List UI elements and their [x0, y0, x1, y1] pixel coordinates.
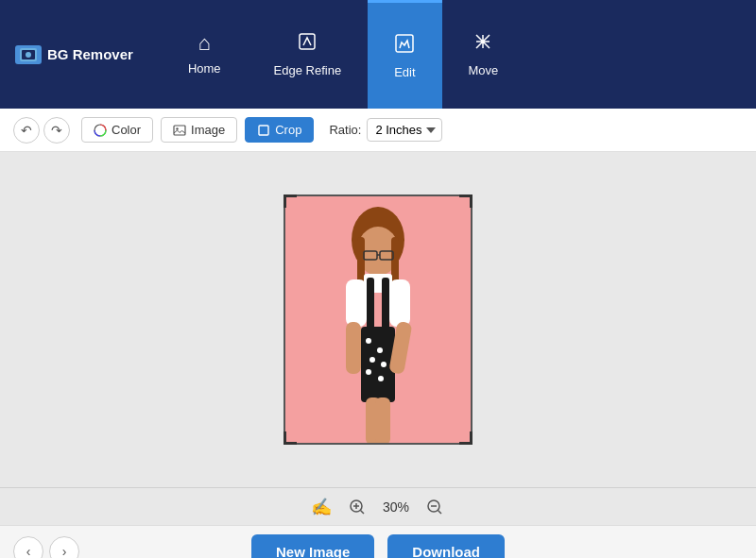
crop-icon	[257, 124, 270, 137]
move-icon	[472, 31, 493, 56]
edge-refine-icon	[297, 31, 318, 56]
prev-button[interactable]: ‹	[13, 536, 43, 558]
svg-line-33	[360, 510, 364, 514]
tab-edit-label: Edit	[394, 65, 415, 79]
crop-label: Crop	[275, 123, 301, 137]
tab-move[interactable]: Move	[442, 0, 525, 109]
hand-tool-icon[interactable]: ✍	[311, 497, 332, 517]
redo-button[interactable]: ↷	[43, 117, 70, 144]
crop-button[interactable]: Crop	[245, 117, 314, 143]
tab-home[interactable]: ⌂ Home	[162, 0, 248, 109]
download-button[interactable]: Download	[387, 534, 505, 559]
bottom-bar: ‹ › New Image Download	[0, 525, 756, 558]
svg-point-7	[176, 127, 178, 129]
color-button[interactable]: Color	[81, 117, 153, 143]
toolbar: ↶ ↷ Color Image Crop Ratio: 2 Inches 1:1…	[0, 109, 756, 152]
crop-corner-top-right[interactable]	[459, 194, 472, 208]
svg-point-2	[26, 52, 31, 58]
ratio-area: Ratio: 2 Inches 1:1 4:3 16:9 Custom	[329, 118, 442, 142]
edit-icon	[394, 33, 415, 58]
logo: BG Remover	[15, 45, 133, 64]
crop-corner-bottom-right[interactable]	[459, 431, 472, 445]
tab-home-label: Home	[188, 61, 221, 76]
header: BG Remover ⌂ Home Edge Refine Edit	[0, 0, 756, 109]
zoom-in-button[interactable]	[347, 497, 368, 517]
tab-edge-refine[interactable]: Edge Refine	[248, 0, 369, 109]
svg-line-37	[438, 510, 442, 514]
undo-redo-group: ↶ ↷	[13, 117, 70, 144]
logo-icon	[15, 45, 42, 64]
canvas-area	[0, 152, 756, 487]
zoom-percent: 30%	[383, 499, 409, 515]
zoom-out-button[interactable]	[424, 497, 445, 517]
image-button[interactable]: Image	[161, 117, 237, 143]
crop-corner-bottom-left[interactable]	[284, 431, 297, 445]
svg-rect-8	[259, 126, 268, 135]
undo-button[interactable]: ↶	[13, 117, 40, 144]
image-container	[284, 194, 472, 445]
new-image-button[interactable]: New Image	[251, 534, 374, 559]
crop-corner-top-left[interactable]	[284, 194, 297, 208]
color-label: Color	[112, 123, 141, 137]
svg-rect-6	[174, 126, 185, 135]
image-icon	[173, 124, 186, 137]
tab-edge-refine-label: Edge Refine	[274, 63, 342, 77]
tab-edit[interactable]: Edit	[368, 0, 441, 109]
home-icon: ⌂	[198, 33, 211, 54]
ratio-select[interactable]: 2 Inches 1:1 4:3 16:9 Custom	[367, 118, 442, 142]
ratio-label: Ratio:	[329, 123, 361, 137]
tab-move-label: Move	[469, 63, 499, 77]
image-label: Image	[191, 123, 225, 137]
nav-tabs: ⌂ Home Edge Refine Edit	[162, 0, 741, 109]
crop-border	[284, 194, 472, 445]
status-bar: ✍ 30%	[0, 487, 756, 525]
next-button[interactable]: ›	[49, 536, 79, 558]
color-icon	[94, 124, 107, 137]
app-title: BG Remover	[47, 46, 133, 62]
svg-rect-4	[396, 35, 413, 52]
